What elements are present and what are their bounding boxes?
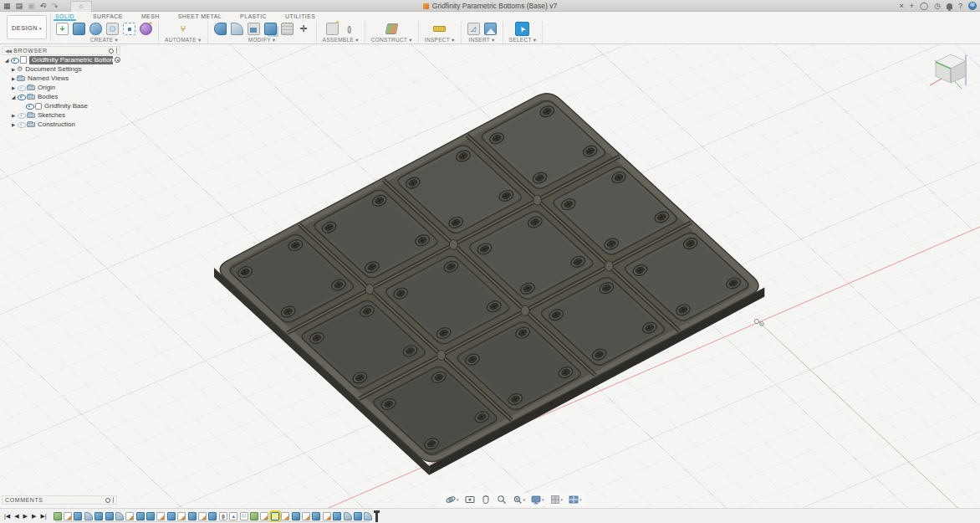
visibility-eye-icon[interactable] <box>17 112 25 119</box>
timeline-feature-pattern[interactable]: ∷ <box>240 512 248 520</box>
tab-utilities[interactable]: UTILITIES <box>283 12 317 21</box>
browser-root-component[interactable]: ◢ Gridfinity Parametric Bottom... <box>2 56 120 65</box>
timeline-feature-sketch[interactable] <box>177 512 186 520</box>
timeline-feature-sketch[interactable] <box>198 512 207 520</box>
step-forward-button[interactable]: ▶ <box>32 513 36 520</box>
timeline-feature-extrude[interactable] <box>105 512 114 520</box>
canvas-icon[interactable] <box>484 23 497 35</box>
timeline-feature-mirror[interactable]: ɸ <box>219 512 227 520</box>
pan-icon[interactable] <box>481 495 491 505</box>
close-tab-icon[interactable]: × <box>900 0 904 12</box>
zoom-icon[interactable] <box>497 495 507 505</box>
hole-icon[interactable] <box>106 23 119 35</box>
timeline-playhead[interactable] <box>375 510 378 522</box>
create-form-icon[interactable] <box>140 23 152 35</box>
visibility-eye-icon[interactable] <box>17 94 25 100</box>
visibility-eye-icon[interactable] <box>17 121 25 128</box>
browser-item-construction[interactable]: ▶ Construction <box>8 120 120 130</box>
new-tab-icon[interactable]: + <box>910 0 914 12</box>
timeline-feature-sketch[interactable] <box>125 512 134 520</box>
step-back-button[interactable]: ◀ <box>14 513 18 520</box>
automate-label[interactable]: AUTOMATE ▾ <box>165 37 202 44</box>
display-settings-icon[interactable]: ▾ <box>531 495 544 505</box>
browser-item-bodies[interactable]: ◢ Bodies <box>8 93 120 102</box>
joint-icon[interactable]: () <box>343 23 355 35</box>
timeline-feature-extrude[interactable] <box>167 512 176 520</box>
insert-label[interactable]: INSERT ▾ <box>469 37 495 44</box>
timeline-feature-extrude[interactable] <box>333 512 341 520</box>
browser-item-origin[interactable]: ▶ Origin <box>8 84 120 93</box>
comments-options-icon[interactable] <box>105 498 110 503</box>
browser-item-sketches[interactable]: ▶ Sketches <box>8 111 120 120</box>
browser-header[interactable]: ◀◀ BROWSER <box>2 46 120 55</box>
new-component-icon[interactable] <box>326 23 339 35</box>
browser-options-icon[interactable] <box>109 49 114 54</box>
revolve-icon[interactable] <box>89 23 102 35</box>
expand-icon[interactable]: ◢ <box>3 57 10 63</box>
automate-icon[interactable]: ⑂ <box>176 23 189 35</box>
comments-header[interactable]: COMMENTS <box>2 495 117 505</box>
viewports-icon[interactable]: ▾ <box>569 495 582 505</box>
construct-label[interactable]: CONSTRUCT ▾ <box>371 37 412 44</box>
timeline-feature-sketch[interactable] <box>281 512 289 520</box>
timeline-feature-fillet[interactable] <box>364 512 372 520</box>
measure-icon[interactable] <box>433 26 446 32</box>
split-body-icon[interactable] <box>281 23 293 35</box>
extrude-icon[interactable] <box>73 23 85 35</box>
play-button[interactable]: ▶ <box>23 513 28 520</box>
grid-and-snaps-icon[interactable]: ▾ <box>550 495 564 505</box>
fit-icon[interactable]: ▾ <box>513 495 526 505</box>
visibility-eye-icon[interactable] <box>17 85 25 91</box>
expand-icon[interactable]: ▶ <box>10 76 17 81</box>
timeline-feature-sketch[interactable] <box>323 512 331 520</box>
create-sketch-icon[interactable]: + <box>56 23 69 35</box>
create-label[interactable]: CREATE ▾ <box>90 37 118 44</box>
timeline-feature-extrude[interactable] <box>94 512 103 520</box>
timeline-feature-extrude[interactable] <box>188 512 197 520</box>
timeline-feature-sketch[interactable] <box>64 512 72 520</box>
job-status-icon[interactable]: ◷ <box>934 0 941 12</box>
notifications-icon[interactable] <box>947 3 952 9</box>
timeline-feature-extrude[interactable] <box>354 512 362 520</box>
pattern-icon[interactable] <box>123 23 135 35</box>
expand-icon[interactable]: ▶ <box>10 85 17 90</box>
browser-item-document-settings[interactable]: ▶ ⚙ Document Settings <box>8 65 120 74</box>
move-copy-icon[interactable]: ✛ <box>298 23 310 35</box>
modify-label[interactable]: MODIFY ▾ <box>248 37 276 44</box>
fillet-icon[interactable] <box>231 23 243 35</box>
tab-plastic[interactable]: PLASTIC <box>238 12 268 21</box>
assemble-label[interactable]: ASSEMBLE ▾ <box>323 37 359 44</box>
visibility-eye-icon[interactable] <box>10 57 18 64</box>
timeline-feature-sketch[interactable] <box>156 512 165 520</box>
view-cube[interactable] <box>928 47 975 94</box>
workspace-selector[interactable]: DESIGN ▾ <box>7 15 47 39</box>
timeline-scrollbar[interactable] <box>55 521 370 522</box>
timeline-feature-extrude[interactable] <box>74 512 82 520</box>
profile-avatar[interactable] <box>968 2 977 10</box>
select-label[interactable]: SELECT ▾ <box>509 37 537 44</box>
expand-icon[interactable]: ▶ <box>10 113 17 118</box>
expand-icon[interactable]: ◢ <box>10 94 17 100</box>
timeline-feature-form[interactable] <box>250 512 258 520</box>
activate-component-icon[interactable] <box>115 57 120 63</box>
inspect-label[interactable]: INSPECT ▾ <box>425 37 455 44</box>
look-at-icon[interactable] <box>465 495 475 505</box>
root-component-label[interactable]: Gridfinity Parametric Bottom... <box>29 56 113 64</box>
timeline-feature-fillet[interactable] <box>84 512 93 520</box>
press-pull-icon[interactable] <box>214 23 227 35</box>
collapse-panel-icon[interactable]: ◀◀ <box>5 48 11 54</box>
select-icon[interactable]: ➤ <box>515 22 529 36</box>
expand-icon[interactable]: ▶ <box>10 122 17 127</box>
tab-solid[interactable]: SOLID <box>54 12 76 21</box>
orbit-icon[interactable]: ▾ <box>446 495 459 505</box>
extensions-icon[interactable]: ◯ <box>920 0 928 12</box>
visibility-eye-icon[interactable] <box>25 103 33 110</box>
skip-to-end-button[interactable]: ▶| <box>40 513 46 520</box>
viewport-canvas[interactable] <box>0 44 980 508</box>
timeline-feature-extrude[interactable] <box>271 512 279 520</box>
timeline-feature-form[interactable] <box>54 512 62 520</box>
timeline-feature-sketch[interactable] <box>302 512 310 520</box>
timeline-feature-fillet[interactable] <box>115 512 124 520</box>
timeline-feature-extrude[interactable] <box>208 512 217 520</box>
tab-surface[interactable]: SURFACE <box>91 12 125 21</box>
